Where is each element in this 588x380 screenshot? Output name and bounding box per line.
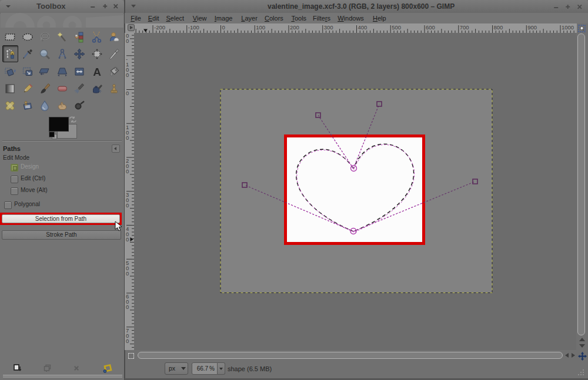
svg-text:100: 100 bbox=[256, 24, 265, 31]
svg-text:0: 0 bbox=[126, 338, 129, 344]
svg-text:0: 0 bbox=[126, 72, 129, 78]
svg-text:800: 800 bbox=[494, 24, 503, 31]
svg-text:600: 600 bbox=[426, 24, 435, 31]
svg-text:1000: 1000 bbox=[562, 24, 574, 31]
svg-text:-100: -100 bbox=[188, 24, 199, 31]
svg-text:0: 0 bbox=[126, 270, 129, 277]
svg-text:700: 700 bbox=[460, 24, 469, 31]
svg-text:200: 200 bbox=[290, 24, 299, 31]
svg-text:400: 400 bbox=[358, 24, 368, 31]
svg-text:0: 0 bbox=[126, 168, 129, 174]
svg-text:300: 300 bbox=[324, 24, 333, 31]
svg-text:0: 0 bbox=[126, 202, 129, 209]
svg-text:0: 0 bbox=[126, 38, 129, 44]
svg-text:0: 0 bbox=[126, 236, 129, 243]
svg-text:A: A bbox=[93, 66, 101, 78]
svg-text:0: 0 bbox=[222, 24, 225, 31]
svg-text:-200: -200 bbox=[154, 24, 165, 31]
svg-text:500: 500 bbox=[392, 24, 401, 31]
svg-text:0: 0 bbox=[126, 134, 129, 141]
svg-text:0: 0 bbox=[126, 304, 129, 310]
svg-text:900: 900 bbox=[527, 24, 537, 31]
svg-text:0: 0 bbox=[126, 90, 129, 96]
